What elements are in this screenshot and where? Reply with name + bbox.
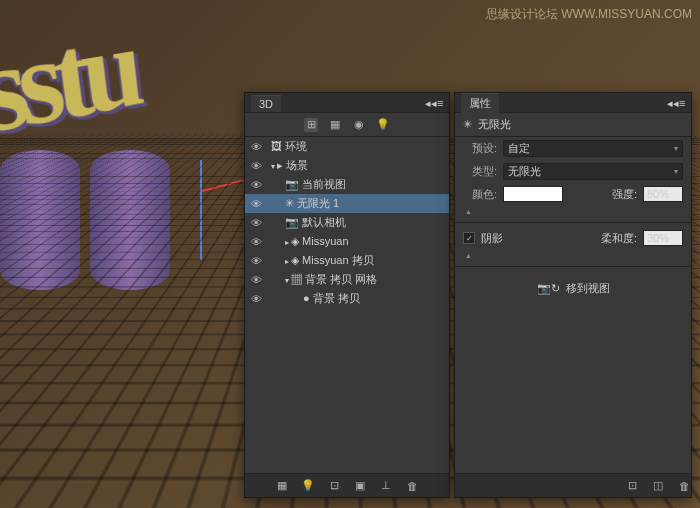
color-swatch[interactable] bbox=[503, 186, 563, 202]
item-label: 背景 拷贝 bbox=[313, 292, 360, 304]
item-label: 场景 bbox=[286, 159, 308, 171]
disclosure-icon[interactable]: ▾ bbox=[271, 162, 275, 171]
disclosure-icon[interactable]: ▸ bbox=[285, 238, 289, 247]
3d-tree: 👁🖼 环境👁▾▸ 场景👁📷 当前视图👁✳ 无限光 1👁📷 默认相机👁▸◈ Mis… bbox=[245, 137, 449, 473]
item-type-icon: ● bbox=[303, 292, 310, 304]
tab-properties[interactable]: 属性 bbox=[461, 93, 499, 113]
properties-panel: 属性 ◂◂ ≡ ✳ 无限光 预设: 自定 类型: 无限光 颜色: 强度: 80%… bbox=[454, 92, 692, 498]
slider-handle-icon[interactable]: ▲ bbox=[465, 208, 472, 215]
render-icon[interactable]: ▣ bbox=[353, 479, 367, 493]
preset-label: 预设: bbox=[463, 141, 497, 156]
filter-material-icon[interactable]: ◉ bbox=[352, 118, 366, 132]
axis-z bbox=[200, 160, 202, 260]
softness-label: 柔和度: bbox=[601, 231, 637, 246]
item-label: 默认相机 bbox=[302, 216, 346, 228]
filter-light-icon[interactable]: 💡 bbox=[376, 118, 390, 132]
tree-row[interactable]: 👁● 背景 拷贝 bbox=[245, 289, 449, 308]
light-type-icon: ✳ bbox=[463, 118, 472, 131]
item-type-icon: 🖼 bbox=[271, 140, 282, 152]
item-type-icon: 📷 bbox=[285, 216, 299, 228]
softness-input[interactable]: 30% bbox=[643, 230, 683, 246]
collapse-icon[interactable]: ◂◂ bbox=[425, 97, 433, 105]
tab-3d[interactable]: 3D bbox=[251, 95, 281, 112]
visibility-icon[interactable]: 👁 bbox=[249, 160, 263, 172]
properties-body: 预设: 自定 类型: 无限光 颜色: 强度: 80% ▲ ✓ 阴影 柔和度: 3… bbox=[455, 137, 691, 473]
move-icon: 📷↻ bbox=[537, 282, 560, 295]
coordinates-icon[interactable]: ◫ bbox=[651, 479, 665, 493]
properties-footer: ⊡ ◫ 🗑 bbox=[455, 473, 691, 497]
3d-filter-toolbar: ⊞ ▦ ◉ 💡 bbox=[245, 113, 449, 137]
light-icon[interactable]: 💡 bbox=[301, 479, 315, 493]
tree-row[interactable]: 👁▾▸ 场景 bbox=[245, 156, 449, 175]
tree-row[interactable]: 👁▸◈ Missyuan 拷贝 bbox=[245, 251, 449, 270]
mesh-icon[interactable]: ▦ bbox=[275, 479, 289, 493]
visibility-icon[interactable]: 👁 bbox=[249, 179, 263, 191]
item-label: 背景 拷贝 网格 bbox=[305, 273, 377, 285]
visibility-icon[interactable]: 👁 bbox=[249, 141, 263, 153]
visibility-icon[interactable]: 👁 bbox=[249, 198, 263, 210]
menu-icon[interactable]: ≡ bbox=[437, 97, 445, 105]
tree-row[interactable]: 👁📷 当前视图 bbox=[245, 175, 449, 194]
3d-panel-footer: ▦ 💡 ⊡ ▣ ⊥ 🗑 bbox=[245, 473, 449, 497]
item-type-icon: ✳ bbox=[285, 197, 294, 209]
shadow-checkbox[interactable]: ✓ bbox=[463, 232, 475, 244]
item-label: Missyuan 拷贝 bbox=[302, 254, 374, 266]
item-type-icon: ◈ bbox=[291, 235, 299, 247]
separator bbox=[455, 266, 691, 267]
tree-row[interactable]: 👁🖼 环境 bbox=[245, 137, 449, 156]
properties-subheader: ✳ 无限光 bbox=[455, 113, 691, 137]
3d-object bbox=[0, 150, 80, 290]
panel-header[interactable]: 3D ◂◂ ≡ bbox=[245, 93, 449, 113]
intensity-input[interactable]: 80% bbox=[643, 186, 683, 202]
preset-dropdown[interactable]: 自定 bbox=[503, 140, 683, 157]
visibility-icon[interactable]: 👁 bbox=[249, 255, 263, 267]
tree-row[interactable]: 👁▾▦ 背景 拷贝 网格 bbox=[245, 270, 449, 289]
3d-object bbox=[90, 150, 170, 290]
type-label: 类型: bbox=[463, 164, 497, 179]
item-type-icon: ▦ bbox=[291, 273, 302, 285]
visibility-icon[interactable]: 👁 bbox=[249, 274, 263, 286]
color-label: 颜色: bbox=[463, 187, 497, 202]
visibility-icon[interactable]: 👁 bbox=[249, 293, 263, 305]
item-type-icon: 📷 bbox=[285, 178, 299, 190]
3d-panel: 3D ◂◂ ≡ ⊞ ▦ ◉ 💡 👁🖼 环境👁▾▸ 场景👁📷 当前视图👁✳ 无限光… bbox=[244, 92, 450, 498]
slider-handle-icon[interactable]: ▲ bbox=[465, 252, 472, 259]
properties-subtitle: 无限光 bbox=[478, 117, 511, 132]
visibility-icon[interactable]: 👁 bbox=[249, 236, 263, 248]
render-settings-icon[interactable]: ⊡ bbox=[625, 479, 639, 493]
watermark: 思缘设计论坛 WWW.MISSYUAN.COM bbox=[486, 6, 692, 23]
collapse-icon[interactable]: ◂◂ bbox=[667, 97, 675, 105]
item-label: 当前视图 bbox=[302, 178, 346, 190]
tree-row[interactable]: 👁▸◈ Missyuan bbox=[245, 232, 449, 251]
camera-icon[interactable]: ⊡ bbox=[327, 479, 341, 493]
item-label: 无限光 1 bbox=[297, 197, 339, 209]
type-dropdown[interactable]: 无限光 bbox=[503, 163, 683, 180]
disclosure-icon[interactable]: ▸ bbox=[285, 257, 289, 266]
menu-icon[interactable]: ≡ bbox=[679, 97, 687, 105]
disclosure-icon[interactable]: ▾ bbox=[285, 276, 289, 285]
new-icon[interactable]: ⊥ bbox=[379, 479, 393, 493]
tree-row[interactable]: 👁📷 默认相机 bbox=[245, 213, 449, 232]
trash-icon[interactable]: 🗑 bbox=[405, 479, 419, 493]
item-label: Missyuan bbox=[302, 235, 348, 247]
filter-all-icon[interactable]: ⊞ bbox=[304, 118, 318, 132]
shadow-label: 阴影 bbox=[481, 231, 503, 246]
visibility-icon[interactable]: 👁 bbox=[249, 217, 263, 229]
item-type-icon: ▸ bbox=[277, 159, 283, 171]
tree-row[interactable]: 👁✳ 无限光 1 bbox=[245, 194, 449, 213]
item-type-icon: ◈ bbox=[291, 254, 299, 266]
separator bbox=[455, 222, 691, 223]
panel-header[interactable]: 属性 ◂◂ ≡ bbox=[455, 93, 691, 113]
intensity-label: 强度: bbox=[612, 187, 637, 202]
move-to-view-button[interactable]: 📷↻ 移到视图 bbox=[455, 281, 691, 296]
trash-icon[interactable]: 🗑 bbox=[677, 479, 691, 493]
filter-mesh-icon[interactable]: ▦ bbox=[328, 118, 342, 132]
item-label: 环境 bbox=[285, 140, 307, 152]
